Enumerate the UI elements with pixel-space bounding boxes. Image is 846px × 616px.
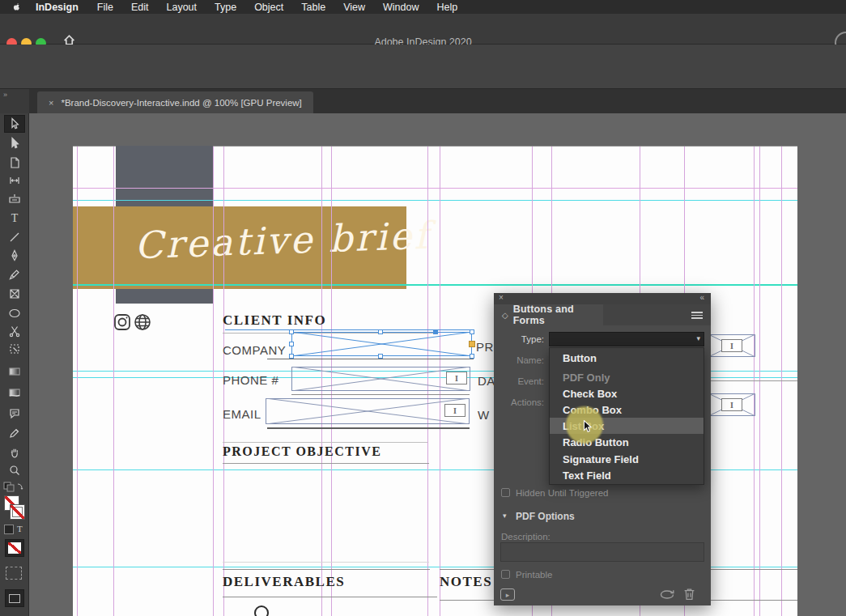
selection-handle[interactable] (378, 329, 383, 334)
guide-vertical[interactable] (754, 147, 755, 616)
guide-vertical[interactable] (113, 147, 114, 616)
instagram-icon[interactable] (113, 313, 131, 334)
menu-table[interactable]: Table (292, 2, 334, 13)
pdf-options-expander-icon[interactable]: ▾ (503, 512, 507, 520)
pencil-tool[interactable] (4, 266, 25, 283)
formatting-affects-text-icon[interactable]: T (17, 524, 23, 533)
line-tool[interactable] (4, 228, 25, 246)
guide-vertical[interactable] (781, 147, 782, 616)
gap-tool[interactable] (4, 172, 25, 189)
content-collector-tool[interactable] (4, 190, 25, 208)
description-field[interactable] (500, 542, 704, 562)
preview-spread-button[interactable]: ▸ (500, 588, 515, 601)
guide-vertical[interactable] (213, 147, 214, 616)
type-dropdown[interactable]: ▾ (549, 332, 704, 346)
live-corner-handle[interactable] (469, 341, 475, 347)
menu-type[interactable]: Type (206, 2, 245, 13)
selection-handle[interactable] (470, 354, 474, 359)
hidden-until-triggered-checkbox[interactable] (501, 488, 510, 497)
selection-tool[interactable] (4, 115, 25, 133)
email-field-frame[interactable] (266, 398, 470, 424)
guide-horizontal[interactable] (73, 284, 797, 286)
guide-horizontal[interactable] (73, 200, 797, 201)
menu-help[interactable]: Help (428, 2, 467, 13)
selection-handle[interactable] (289, 329, 294, 334)
phone-label[interactable]: PHONE # (223, 373, 278, 387)
menu-item-signature-field[interactable]: Signature Field (550, 451, 704, 467)
eyedropper-tool[interactable] (4, 424, 25, 442)
globe-icon[interactable] (134, 313, 151, 334)
zoom-tool[interactable] (4, 461, 25, 479)
free-transform-tool[interactable] (4, 340, 25, 358)
apple-menu-icon[interactable] (11, 2, 21, 13)
menu-object[interactable]: Object (245, 2, 292, 13)
panel-menu-icon[interactable] (691, 312, 703, 319)
direct-selection-tool[interactable] (4, 134, 25, 152)
tab-close-icon[interactable]: × (49, 98, 53, 108)
pen-tool[interactable] (4, 247, 25, 265)
selection-handle[interactable] (378, 354, 383, 359)
swap-fill-stroke-icon[interactable] (3, 482, 24, 496)
menu-view[interactable]: View (334, 2, 374, 13)
company-field-frame-selected[interactable] (291, 332, 472, 356)
guide-vertical[interactable] (759, 147, 760, 616)
menu-file[interactable]: File (88, 2, 122, 13)
selection-handle[interactable] (289, 342, 294, 346)
selection-handle[interactable] (289, 354, 294, 359)
scissors-tool[interactable] (4, 322, 25, 340)
ellipse-tool[interactable] (4, 304, 25, 322)
deliverables-heading[interactable]: DELIVERABLES (223, 574, 345, 590)
rectangle-frame-tool[interactable] (4, 285, 25, 303)
guide-vertical[interactable] (77, 147, 78, 616)
menu-window[interactable]: Window (374, 2, 427, 13)
screen-mode-button[interactable] (5, 589, 24, 607)
guide-horizontal[interactable] (73, 188, 797, 189)
project-objective-heading[interactable]: PROJECT OBJECTIVE (223, 444, 381, 459)
apply-none-button[interactable] (5, 539, 24, 557)
menu-indesign[interactable]: InDesign (26, 2, 88, 13)
frame-edges-icon[interactable] (6, 567, 22, 580)
gradient-feather-tool[interactable] (4, 384, 25, 401)
company-label[interactable]: COMPANY (223, 343, 286, 357)
clipped-label-da[interactable]: DA (478, 374, 495, 388)
name-label: Name: (495, 355, 544, 365)
clipped-label-w[interactable]: W (478, 408, 490, 422)
panel-tab[interactable]: ◇ Buttons and Forms (494, 304, 603, 325)
menu-item-check-box[interactable]: Check Box (550, 385, 704, 401)
selection-handle[interactable] (470, 329, 474, 334)
menu-item-text-field[interactable]: Text Field (550, 467, 704, 483)
menu-item-button[interactable]: Button (550, 350, 704, 366)
frame-line (291, 394, 470, 395)
convert-to-object-icon[interactable] (659, 589, 675, 602)
panel-tab-row: ◇ Buttons and Forms (494, 304, 711, 325)
pdf-options-label[interactable]: PDF Options (516, 511, 575, 522)
chevron-down-icon: ▾ (696, 334, 700, 342)
type-tool[interactable]: T (4, 209, 25, 227)
panel-collapse-icon[interactable]: « (699, 293, 704, 302)
panel-cycle-icon[interactable]: ◇ (502, 311, 508, 320)
page-tool[interactable] (4, 154, 25, 172)
radio-circle-shape[interactable] (254, 605, 269, 616)
document-tab[interactable]: × *Brand-Discovery-Interactive.indd @ 10… (37, 91, 313, 113)
note-tool[interactable] (4, 405, 25, 423)
menu-bar: InDesign File Edit Layout Type Object Ta… (0, 0, 846, 14)
gradient-tool[interactable] (4, 363, 25, 380)
menu-edit[interactable]: Edit (122, 2, 158, 13)
panel-close-icon[interactable]: × (499, 293, 504, 302)
menu-layout[interactable]: Layout (158, 2, 206, 13)
printable-checkbox[interactable] (501, 570, 510, 579)
stroke-color-swatch-none[interactable] (10, 504, 25, 520)
frame-line (223, 569, 430, 570)
toolbar-overflow[interactable]: » (0, 89, 29, 113)
clipped-label-pr[interactable]: PR (476, 340, 494, 354)
phone-field-frame[interactable] (291, 367, 470, 391)
notes-heading[interactable]: NOTES (440, 574, 492, 590)
indesign-window: InDesign File Edit Layout Type Object Ta… (0, 0, 846, 616)
hand-tool[interactable] (4, 444, 25, 461)
client-info-heading[interactable]: CLIENT INFO (223, 312, 326, 329)
selection-handle-solid[interactable] (433, 329, 438, 334)
delete-trash-icon[interactable] (683, 588, 695, 603)
control-panel: X: ▴▾ 2.5727 in Y: ▴▾ 2.2258 in W: ▴▾ 2.… (0, 45, 846, 89)
email-label[interactable]: EMAIL (223, 407, 261, 421)
formatting-affects-container-icon[interactable] (4, 525, 14, 534)
